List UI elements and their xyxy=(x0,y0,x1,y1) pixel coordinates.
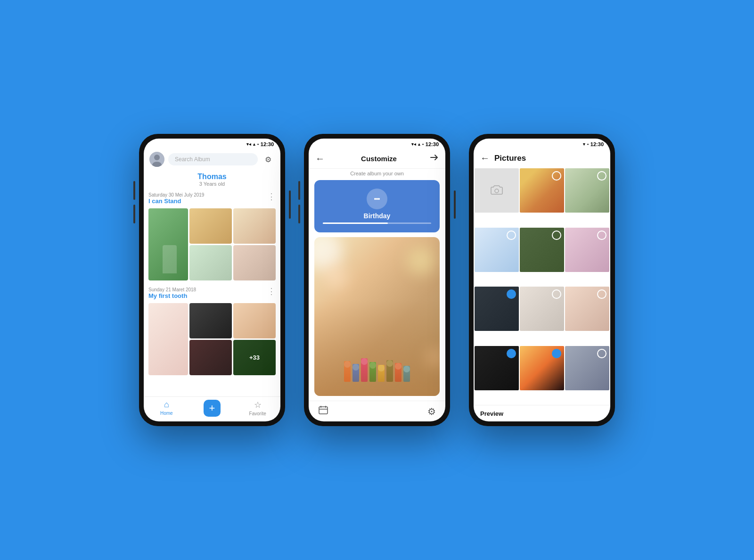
p3-back-button[interactable]: ← xyxy=(480,153,490,164)
time-1: 12:30 xyxy=(261,141,274,147)
p3-select-9[interactable] xyxy=(507,349,516,358)
photo-overlay xyxy=(314,301,440,396)
add-button[interactable]: + xyxy=(204,400,221,417)
photo-grid-2: +33 xyxy=(148,303,276,375)
photo-grid-1 xyxy=(148,208,276,280)
p2-album-banner: Birthday xyxy=(314,180,440,232)
photo-large-1[interactable] xyxy=(148,208,188,280)
wifi-icon-1: ▴ xyxy=(253,142,255,147)
p2-power xyxy=(454,190,456,219)
p2-time: 12:30 xyxy=(426,141,439,147)
power-button xyxy=(289,190,291,219)
phone-2: ▾◂ ▴ ▪ 12:30 ← Customize Create album yo… xyxy=(304,134,450,426)
album-scroll[interactable]: Saturday 30 Mei July 2019 I can Stand ⋮ xyxy=(144,190,280,396)
search-input[interactable]: Search Album xyxy=(168,153,258,165)
p3-select-3[interactable] xyxy=(507,231,516,240)
nav-favorite[interactable]: ☆ Favorite xyxy=(235,400,280,418)
p3-photo-child-reading[interactable] xyxy=(565,287,609,331)
p2-signal-icon: ▾◂ xyxy=(411,142,416,147)
battery-icon-1: ▪ xyxy=(257,142,259,147)
p2-share-icon[interactable] xyxy=(429,153,439,165)
status-bar-2: ▾◂ ▴ ▪ 12:30 xyxy=(309,139,445,149)
p2-progress-fill xyxy=(323,222,388,224)
photo-sm-8[interactable]: +33 xyxy=(233,340,276,375)
nav-add[interactable]: + xyxy=(189,400,235,418)
p3-select-4[interactable] xyxy=(552,231,561,240)
phone-3: ▾ ▪ 12:30 ← Pictures xyxy=(469,134,615,426)
p2-calendar-icon[interactable] xyxy=(318,405,328,418)
p2-wifi-icon: ▴ xyxy=(418,142,420,147)
p2-bottom-bar: ⚙ xyxy=(309,401,445,421)
photo-sm-7[interactable] xyxy=(189,340,232,375)
photo-sm-1[interactable] xyxy=(189,208,232,244)
photo-sm-5[interactable] xyxy=(189,303,232,338)
p3-photo-toys[interactable] xyxy=(520,168,564,213)
album-header-2: Sunday 21 Maret 2018 My first tooth ⋮ xyxy=(148,287,276,302)
album-title-1[interactable]: I can Stand xyxy=(148,198,204,205)
p3-select-5[interactable] xyxy=(597,231,606,240)
p3-select-1[interactable] xyxy=(552,171,561,181)
phone-3-screen: ▾ ▪ 12:30 ← Pictures xyxy=(474,139,610,421)
volume-up-button xyxy=(133,181,135,200)
p2-settings-icon[interactable]: ⚙ xyxy=(427,406,436,417)
p2-back-button[interactable]: ← xyxy=(315,153,325,164)
p2-subtitle: Create album your own xyxy=(309,169,445,180)
p2-battery-icon: ▪ xyxy=(422,142,424,147)
album-more-2[interactable]: ⋮ xyxy=(267,287,276,296)
p3-select-2[interactable] xyxy=(597,171,606,181)
star-icon: ☆ xyxy=(254,400,262,410)
p3-photo-dark[interactable] xyxy=(475,287,519,331)
settings-icon[interactable]: ⚙ xyxy=(262,153,275,166)
p2-photo-preview[interactable] xyxy=(314,237,440,396)
p2-vol-down xyxy=(298,205,300,223)
p3-photo-family[interactable] xyxy=(565,168,609,213)
p3-select-7[interactable] xyxy=(552,289,561,299)
p3-photo-hands[interactable] xyxy=(520,287,564,331)
phone-notch-2 xyxy=(358,134,396,138)
svg-point-5 xyxy=(378,198,380,200)
bottom-nav: ⌂ Home + ☆ Favorite xyxy=(144,396,280,421)
phone-1-screen: ▾◂ ▴ ▪ 12:30 Search Album ⚙ xyxy=(144,139,280,421)
p3-photo-sunset[interactable] xyxy=(520,346,564,390)
photo-sm-3[interactable] xyxy=(189,245,232,280)
status-bar-3: ▾ ▪ 12:30 xyxy=(474,139,610,149)
album-more-1[interactable]: ⋮ xyxy=(267,192,276,201)
p3-select-8[interactable] xyxy=(597,289,606,299)
avatar[interactable] xyxy=(149,152,164,167)
p3-preview-label[interactable]: Preview xyxy=(480,410,503,417)
user-age: 3 Years old xyxy=(144,181,280,187)
p2-progress-bar xyxy=(323,222,431,224)
photo-sm-6[interactable] xyxy=(233,303,276,338)
p2-vol-up xyxy=(298,181,300,200)
svg-point-4 xyxy=(376,198,378,200)
p3-battery-icon: ▪ xyxy=(587,142,589,147)
bokeh-3 xyxy=(324,265,347,289)
p3-select-10[interactable] xyxy=(552,349,561,358)
p3-time: 12:30 xyxy=(590,141,604,147)
p3-photo-hug[interactable] xyxy=(565,228,609,272)
p3-camera-cell[interactable] xyxy=(475,168,519,213)
p3-photo-dark-room[interactable] xyxy=(475,346,519,390)
p2-title: Customize xyxy=(328,155,429,163)
svg-point-12 xyxy=(508,351,514,356)
user-name: Thomas xyxy=(144,173,280,181)
p3-select-11[interactable] xyxy=(597,349,606,358)
photo-large-2[interactable] xyxy=(148,303,188,375)
status-bar-1: ▾◂ ▴ ▪ 12:30 xyxy=(144,139,280,149)
album-title-2[interactable]: My first tooth xyxy=(148,292,196,299)
p2-album-card[interactable]: Birthday xyxy=(314,180,440,232)
p3-title: Pictures xyxy=(494,154,604,163)
p3-photo-grandpa[interactable] xyxy=(520,228,564,272)
nav-home[interactable]: ⌂ Home xyxy=(144,400,189,418)
svg-rect-6 xyxy=(319,407,328,414)
p3-photo-cat[interactable] xyxy=(565,346,609,390)
album-date-2: Sunday 21 Maret 2018 xyxy=(148,287,196,292)
album-header-1: Saturday 30 Mei July 2019 I can Stand ⋮ xyxy=(148,192,276,207)
p1-header: Search Album ⚙ xyxy=(144,149,280,170)
bokeh-1 xyxy=(314,237,343,270)
photo-sm-2[interactable] xyxy=(233,208,276,244)
p3-photo-sitting[interactable] xyxy=(475,228,519,272)
photo-sm-4[interactable] xyxy=(233,245,276,280)
p3-select-6[interactable] xyxy=(507,289,516,299)
p3-header: ← Pictures xyxy=(474,149,610,167)
